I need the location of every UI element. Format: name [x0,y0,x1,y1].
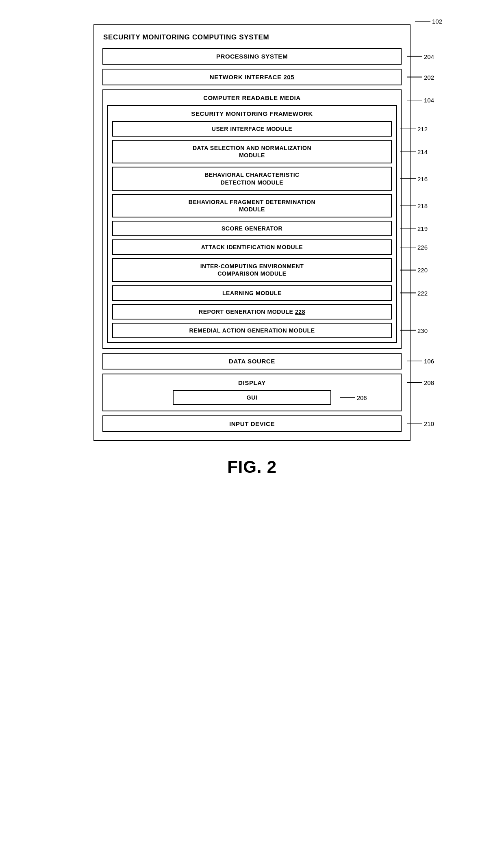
ref-dsn: 214 [400,148,428,155]
attack-identification-box: ATTACK IDENTIFICATION MODULE [112,239,392,255]
display-title: DISPLAY [108,379,396,386]
ref-data-source: 106 [407,358,434,365]
data-source-box: DATA SOURCE [102,353,402,369]
ref-bfd: 218 [400,202,428,209]
ref-network-interface: 202 [407,74,434,80]
behavioral-characteristic-box: BEHAVIORAL CHARACTERISTICDETECTION MODUL… [112,167,392,190]
user-interface-module-box: USER INTERFACE MODULE [112,121,392,137]
crm-title: COMPUTER READABLE MEDIA [107,94,397,101]
outer-title: SECURITY MONITORING COMPUTING SYSTEM [102,33,402,41]
figure-caption: FIG. 2 [93,457,411,477]
behavioral-fragment-box: BEHAVIORAL FRAGMENT DETERMINATIONMODULE [112,194,392,217]
network-interface-num: 205 [283,74,294,80]
report-generation-num: 228 [295,309,305,315]
learning-module-box: LEARNING MODULE [112,285,392,301]
network-interface-box: NETWORK INTERFACE 205 [102,69,402,85]
input-device-box: INPUT DEVICE [102,415,402,432]
ref-gui: 206 [340,394,367,401]
ref-processing-system: 204 [407,53,434,60]
ref-aim: 226 [400,244,428,251]
ref-input-device: 210 [407,420,434,427]
processing-system-box: PROCESSING SYSTEM [102,48,402,65]
ref-ragm: 230 [400,327,428,334]
ref-display: 208 [407,379,434,386]
remedial-action-box: REMEDIAL ACTION GENERATION MODULE [112,323,392,338]
ref-sg: 219 [400,225,428,232]
report-generation-box: REPORT GENERATION MODULE 228 [112,304,392,320]
ref-lm: 222 [400,289,428,296]
smf-title: SECURITY MONITORING FRAMEWORK [112,110,392,117]
ref-uim: 212 [400,126,428,133]
gui-box: GUI [173,390,331,405]
data-selection-module-box: DATA SELECTION AND NORMALIZATIONMODULE [112,140,392,163]
ref-crm: 104 [407,97,434,104]
ref-outer: 102 [415,18,442,25]
score-generator-box: SCORE GENERATOR [112,221,392,236]
inter-computing-box: INTER-COMPUTING ENVIRONMENTCOMPARISON MO… [112,258,392,282]
ref-ice: 220 [400,267,428,274]
ref-bcd: 216 [400,175,428,182]
